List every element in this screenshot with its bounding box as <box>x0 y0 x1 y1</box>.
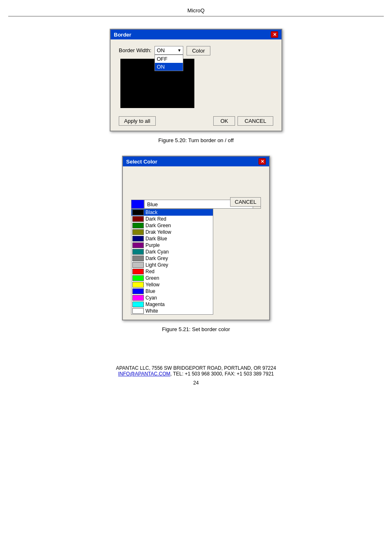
color-name-drak-yellow: Drak Yellow <box>145 229 171 235</box>
color-name-purple: Purple <box>145 242 160 248</box>
list-item[interactable]: Black <box>131 209 213 216</box>
border-dialog-body: Border Width: ON ▼ OFF ON Color <box>111 39 281 113</box>
color-list: Black Dark Red Dark Green Drak Yellow <box>131 209 213 315</box>
color-preview-area <box>131 173 261 196</box>
list-item[interactable]: Light Grey <box>131 262 213 268</box>
color-swatch-yellow <box>132 282 144 288</box>
page-footer: APANTAC LLC, 7556 SW BRIDGEPORT ROAD, PO… <box>0 365 392 394</box>
list-item[interactable]: Green <box>131 275 213 281</box>
color-swatch-purple <box>132 242 144 248</box>
list-item[interactable]: Magenta <box>131 301 213 308</box>
border-dropdown-container: ON ▼ OFF ON <box>154 46 183 55</box>
border-dialog-footer: Apply to all OK CANCEL <box>111 113 281 131</box>
selected-color-swatch <box>131 200 144 209</box>
color-swatch-dark-red <box>132 216 144 222</box>
border-dropdown-value: ON <box>157 47 165 53</box>
color-swatch-dark-cyan <box>132 249 144 255</box>
page-number: 24 <box>0 380 392 386</box>
list-item[interactable]: Dark Grey <box>131 255 213 262</box>
select-color-dialog: Select Color ✕ Blue ▼ <box>122 156 270 320</box>
color-name-magenta: Magenta <box>145 302 165 307</box>
select-color-cancel-button[interactable]: CANCEL <box>230 197 261 207</box>
list-item[interactable]: Cyan <box>131 295 213 301</box>
color-swatch-cyan <box>132 295 144 301</box>
footer-line2: INFO@APANTAC.COM, TEL: +1 503 968 3000, … <box>0 371 392 377</box>
color-name-black: Black <box>145 210 157 215</box>
footer-line2-suffix: , TEL: +1 503 968 3000, FAX: +1 503 389 … <box>171 371 274 377</box>
color-name-dark-grey: Dark Grey <box>145 256 168 261</box>
color-swatch-black <box>132 210 144 215</box>
color-swatch-drak-yellow <box>132 229 144 235</box>
color-swatch-blue <box>132 288 144 294</box>
color-name-dark-blue: Dark Blue <box>145 236 167 242</box>
color-swatch-dark-green <box>132 223 144 228</box>
color-name-blue: Blue <box>145 288 155 294</box>
header-title: MicroQ <box>187 7 205 14</box>
page-header: MicroQ <box>0 0 392 16</box>
list-item[interactable]: Purple <box>131 242 213 249</box>
border-width-label: Border Width: <box>119 46 151 53</box>
dropdown-option-on[interactable]: ON <box>155 63 183 71</box>
color-name-light-grey: Light Grey <box>145 262 168 268</box>
apply-to-all-button[interactable]: Apply to all <box>119 116 156 126</box>
color-swatch-dark-grey <box>132 256 144 261</box>
border-dialog-close-button[interactable]: ✕ <box>271 31 278 38</box>
list-item[interactable]: Yellow <box>131 281 213 288</box>
color-swatch-green <box>132 275 144 281</box>
color-swatch-white <box>132 308 144 314</box>
list-item[interactable]: Red <box>131 268 213 275</box>
list-item[interactable]: Blue <box>131 288 213 295</box>
border-dialog: Border ✕ Border Width: ON ▼ OFF <box>110 29 282 131</box>
color-name-green: Green <box>145 275 159 281</box>
select-color-body: Blue ▼ Black Dark Red <box>123 166 269 320</box>
border-dialog-titlebar: Border ✕ <box>111 30 281 39</box>
list-item[interactable]: White <box>131 308 213 314</box>
footer-email-link[interactable]: INFO@APANTAC.COM <box>118 371 170 377</box>
color-name-dark-green: Dark Green <box>145 223 171 228</box>
ok-button[interactable]: OK <box>213 116 235 126</box>
select-color-dialog-titlebar: Select Color ✕ <box>123 157 269 166</box>
footer-line1: APANTAC LLC, 7556 SW BRIDGEPORT ROAD, PO… <box>0 365 392 371</box>
color-name-dark-red: Dark Red <box>145 216 166 222</box>
color-name-dark-cyan: Dark Cyan <box>145 249 169 255</box>
dropdown-arrow-icon: ▼ <box>178 48 182 53</box>
color-name-red: Red <box>145 269 154 274</box>
list-item[interactable]: Dark Cyan <box>131 249 213 255</box>
color-swatch-red <box>132 269 144 274</box>
color-swatch-magenta <box>132 302 144 307</box>
color-swatch-light-grey <box>132 262 144 268</box>
ok-cancel-group: OK CANCEL <box>213 116 273 126</box>
dropdown-option-off[interactable]: OFF <box>155 55 183 63</box>
figure1-wrapper: Border ✕ Border Width: ON ▼ OFF <box>0 29 392 143</box>
border-width-dropdown[interactable]: ON ▼ <box>154 46 183 55</box>
list-item[interactable]: Drak Yellow <box>131 229 213 235</box>
list-item[interactable]: Dark Green <box>131 222 213 229</box>
color-swatch-dark-blue <box>132 236 144 242</box>
list-item[interactable]: Dark Blue <box>131 235 213 242</box>
figure2-caption: Figure 5.21: Set border color <box>162 326 230 332</box>
color-name-white: White <box>145 308 158 314</box>
selected-color-label: Blue <box>147 201 158 207</box>
color-name-yellow: Yellow <box>145 282 159 288</box>
border-width-row: Border Width: ON ▼ OFF ON Color <box>119 46 273 55</box>
border-dialog-title: Border <box>114 32 131 38</box>
border-dropdown-open-list: OFF ON <box>154 55 183 71</box>
list-item[interactable]: Dark Red <box>131 216 213 222</box>
figure1-caption: Figure 5.20: Turn border on / off <box>158 137 233 143</box>
select-color-close-button[interactable]: ✕ <box>258 158 266 165</box>
page-content: Border ✕ Border Width: ON ▼ OFF <box>0 29 392 332</box>
color-name-cyan: Cyan <box>145 295 157 301</box>
figure2-wrapper: Select Color ✕ Blue ▼ <box>0 156 392 332</box>
cancel-button[interactable]: CANCEL <box>238 116 273 126</box>
header-divider <box>8 16 384 16</box>
color-button[interactable]: Color <box>187 46 210 55</box>
select-color-title: Select Color <box>126 159 157 165</box>
